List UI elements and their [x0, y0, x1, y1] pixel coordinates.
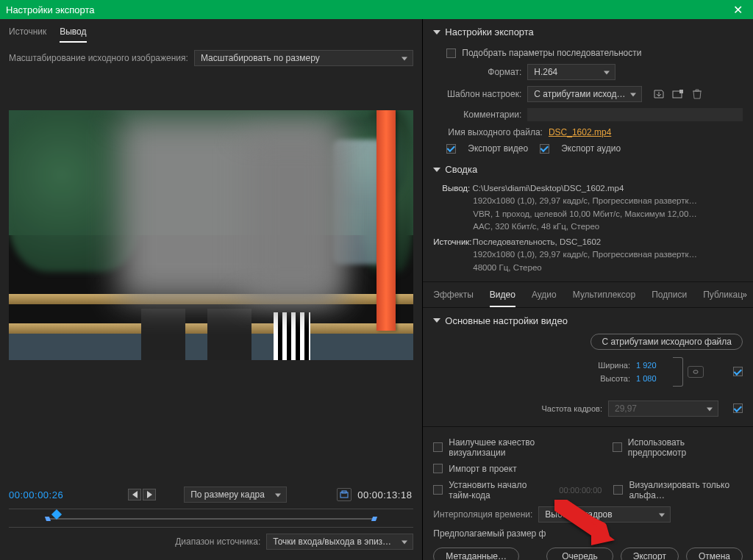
- video-basic-header: Основные настройки видео: [445, 315, 568, 326]
- scale-label: Масштабирование исходного изображения:: [9, 53, 188, 63]
- chevron-down-icon[interactable]: [433, 318, 440, 323]
- queue-button[interactable]: Очередь: [546, 548, 613, 560]
- import-preset-icon[interactable]: [671, 89, 685, 99]
- range-dropdown[interactable]: Точки входа/выхода в эпиз…: [266, 534, 413, 550]
- use-preview-label: Использовать предпросмотр: [628, 437, 743, 458]
- preset-dropdown[interactable]: С атрибутами исход…: [527, 86, 642, 102]
- preset-label: Шаблон настроек:: [433, 89, 521, 99]
- tab-video[interactable]: Видео: [490, 290, 515, 307]
- export-video-checkbox[interactable]: [446, 144, 456, 154]
- set-timecode-label: Установить начало тайм-кода: [449, 480, 549, 500]
- prev-frame-button[interactable]: [128, 489, 141, 500]
- export-button[interactable]: Экспорт: [621, 548, 679, 560]
- width-label: Ширина:: [579, 361, 630, 370]
- format-dropdown[interactable]: H.264: [527, 64, 615, 80]
- tab-publish[interactable]: Публикац: [703, 290, 743, 307]
- tab-audio[interactable]: Аудио: [532, 290, 557, 307]
- left-tabrow: Источник Вывод: [0, 19, 422, 43]
- play-button[interactable]: [143, 489, 156, 500]
- fit-dropdown[interactable]: По размеру кадра: [184, 487, 287, 503]
- width-value[interactable]: 1 920: [636, 361, 673, 370]
- export-audio-label: Экспорт аудио: [561, 143, 621, 154]
- dimensions-match-checkbox[interactable]: [733, 367, 743, 376]
- render-alpha-label: Визуализировать только альфа…: [629, 480, 743, 500]
- format-label: Формат:: [433, 67, 521, 77]
- export-settings-header: Настройки экспорта: [445, 26, 534, 37]
- close-icon[interactable]: ✕: [729, 3, 747, 17]
- timecode-ghost: 00:00:00:00: [559, 486, 602, 495]
- tab-source[interactable]: Источник: [9, 26, 46, 43]
- render-alpha-checkbox[interactable]: [613, 485, 623, 495]
- match-sequence-label: Подобрать параметры последовательности: [462, 48, 641, 58]
- titlebar: Настройки экспорта ✕: [0, 0, 753, 19]
- import-project-checkbox[interactable]: [433, 464, 443, 473]
- fps-label: Частота кадров:: [536, 404, 602, 413]
- fps-dropdown[interactable]: 29,97: [608, 401, 718, 417]
- export-audio-checkbox[interactable]: [540, 144, 549, 154]
- comments-label: Комментарии:: [433, 110, 521, 120]
- chevron-down-icon[interactable]: [433, 168, 440, 172]
- summary-source-label: Источник:: [433, 236, 470, 248]
- fps-match-checkbox[interactable]: [733, 403, 743, 413]
- set-timecode-checkbox[interactable]: [433, 485, 443, 495]
- tab-effects[interactable]: Эффекты: [433, 290, 474, 307]
- import-project-label: Импорт в проект: [449, 464, 516, 474]
- timecode-in[interactable]: 00:00:00:26: [9, 489, 63, 500]
- aspect-lock-icon[interactable]: [337, 488, 351, 501]
- interp-label: Интерполяция времени:: [433, 509, 532, 520]
- output-filename-link[interactable]: DSC_1602.mp4: [549, 127, 611, 137]
- preview-area: [9, 110, 413, 360]
- use-preview-checkbox[interactable]: [613, 442, 622, 452]
- comments-input[interactable]: [527, 108, 743, 121]
- height-label: Высота:: [579, 374, 630, 383]
- max-quality-label: Наилучшее качество визуализации: [449, 437, 590, 458]
- timeline-ruler[interactable]: [9, 509, 413, 528]
- range-label: Диапазон источника:: [175, 536, 260, 547]
- tabs-more-icon[interactable]: »: [742, 290, 747, 300]
- save-preset-icon[interactable]: [652, 89, 665, 99]
- metadata-button[interactable]: Метаданные…: [433, 548, 519, 560]
- height-value[interactable]: 1 080: [636, 374, 673, 383]
- match-source-button[interactable]: С атрибутами исходного файла: [590, 334, 743, 350]
- chevron-down-icon[interactable]: [433, 30, 440, 35]
- summary-output-label: Вывод:: [433, 182, 470, 195]
- est-size-label: Предполагаемый размер ф: [433, 528, 546, 539]
- right-tabs: Эффекты Видео Аудио Мультиплексор Подпис…: [423, 282, 753, 308]
- summary-header: Сводка: [445, 164, 477, 175]
- export-video-label: Экспорт видео: [468, 143, 528, 154]
- link-dimensions-icon[interactable]: [688, 366, 704, 378]
- match-sequence-checkbox[interactable]: [446, 49, 456, 58]
- interp-dropdown[interactable]: Выборка кадров: [538, 506, 671, 523]
- cancel-button[interactable]: Отмена: [686, 548, 743, 560]
- scale-dropdown[interactable]: Масштабировать по размеру: [194, 50, 413, 66]
- outname-label: Имя выходного файла:: [448, 127, 543, 137]
- tab-mux[interactable]: Мультиплексор: [573, 290, 635, 307]
- tab-output[interactable]: Вывод: [60, 26, 86, 43]
- window-title: Настройки экспорта: [6, 4, 95, 15]
- max-quality-checkbox[interactable]: [433, 442, 443, 452]
- delete-preset-icon[interactable]: [690, 89, 704, 99]
- svg-rect-3: [679, 90, 683, 93]
- timecode-out: 00:00:13:18: [357, 489, 413, 500]
- tab-captions[interactable]: Подписи: [652, 290, 687, 307]
